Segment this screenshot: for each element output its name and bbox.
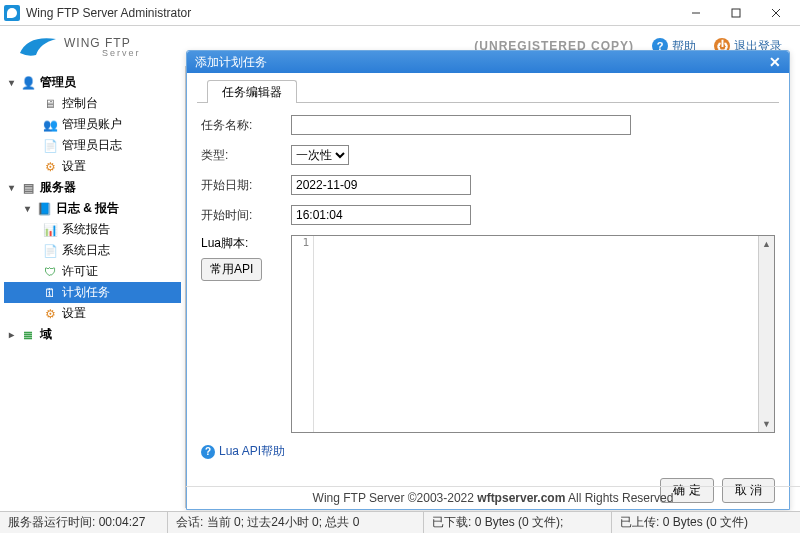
task-name-input[interactable] <box>291 115 631 135</box>
scroll-up-icon[interactable]: ▲ <box>759 236 774 252</box>
window-controls <box>676 1 796 25</box>
stack-icon: ≣ <box>20 327 36 343</box>
status-sessions: 会话: 当前 0; 过去24小时 0; 总共 0 <box>168 512 424 533</box>
tree-admin-account[interactable]: 👥管理员账户 <box>4 114 181 135</box>
status-bar: 服务器运行时间: 00:04:27 会话: 当前 0; 过去24小时 0; 总共… <box>0 511 800 533</box>
editor-gutter: 1 <box>292 236 314 432</box>
editor-scrollbar[interactable]: ▲ ▼ <box>758 236 774 432</box>
content-area: 添加计划任务 ✕ 任务编辑器 任务名称: 类型: 一次性 <box>186 66 800 508</box>
tree-admin[interactable]: ▾👤管理员 <box>4 72 181 93</box>
scroll-down-icon[interactable]: ▼ <box>759 416 774 432</box>
logo-icon <box>18 33 58 59</box>
chevron-right-icon: ▸ <box>6 329 16 340</box>
task-icon: 🗓 <box>42 285 58 301</box>
minimize-button[interactable] <box>676 1 716 25</box>
tree-settings-2[interactable]: ⚙设置 <box>4 303 181 324</box>
app-icon <box>4 5 20 21</box>
dialog-body: 任务编辑器 任务名称: 类型: 一次性 开始日期: <box>187 73 789 473</box>
add-task-dialog: 添加计划任务 ✕ 任务编辑器 任务名称: 类型: 一次性 <box>186 50 790 510</box>
gear-icon: ⚙ <box>42 306 58 322</box>
report-icon: 📘 <box>36 201 52 217</box>
sidebar: ▾👤管理员 🖥控制台 👥管理员账户 📄管理员日志 ⚙设置 ▾▤服务器 ▾📘日志 … <box>0 66 186 508</box>
tree-tasks[interactable]: 🗓计划任务 <box>4 282 181 303</box>
lua-editor[interactable]: 1 ▲ ▼ <box>291 235 775 433</box>
dialog-titlebar: 添加计划任务 ✕ <box>187 51 789 73</box>
start-date-input[interactable] <box>291 175 471 195</box>
tree-sys-report[interactable]: 📊系统报告 <box>4 219 181 240</box>
svg-rect-1 <box>732 9 740 17</box>
logo-sub: Server <box>102 48 141 58</box>
start-time-label: 开始时间: <box>201 207 291 224</box>
start-date-label: 开始日期: <box>201 177 291 194</box>
tree-console[interactable]: 🖥控制台 <box>4 93 181 114</box>
lua-script-label: Lua脚本: <box>201 235 291 252</box>
task-type-label: 类型: <box>201 147 291 164</box>
gear-icon: ⚙ <box>42 159 58 175</box>
window-title: Wing FTP Server Administrator <box>26 6 676 20</box>
dialog-title: 添加计划任务 <box>195 54 267 71</box>
shield-icon: 🛡 <box>42 264 58 280</box>
editor-textarea[interactable] <box>314 236 774 432</box>
sysreport-icon: 📊 <box>42 222 58 238</box>
tree-sys-log[interactable]: 📄系统日志 <box>4 240 181 261</box>
copyright-link[interactable]: wftpserver.com <box>477 491 565 505</box>
tree-logs-reports[interactable]: ▾📘日志 & 报告 <box>4 198 181 219</box>
chevron-down-icon: ▾ <box>6 77 16 88</box>
task-type-select[interactable]: 一次性 <box>291 145 349 165</box>
user-icon: 👤 <box>20 75 36 91</box>
syslog-icon: 📄 <box>42 243 58 259</box>
tree-license[interactable]: 🛡许可证 <box>4 261 181 282</box>
copyright-suffix: All Rights Reserved <box>565 491 673 505</box>
server-icon: ▤ <box>20 180 36 196</box>
start-time-input[interactable] <box>291 205 471 225</box>
tab-strip: 任务编辑器 <box>197 79 779 103</box>
copyright-prefix: Wing FTP Server ©2003-2022 <box>313 491 478 505</box>
main-area: ▾👤管理员 🖥控制台 👥管理员账户 📄管理员日志 ⚙设置 ▾▤服务器 ▾📘日志 … <box>0 66 800 508</box>
tab-task-editor[interactable]: 任务编辑器 <box>207 80 297 103</box>
status-upload: 已上传: 0 Bytes (0 文件) <box>612 512 800 533</box>
chevron-down-icon: ▾ <box>22 203 32 214</box>
task-name-label: 任务名称: <box>201 117 291 134</box>
tree-domain[interactable]: ▸≣域 <box>4 324 181 345</box>
help-link-label: Lua API帮助 <box>219 443 285 460</box>
logo-text: WING FTP Server <box>64 34 141 58</box>
account-icon: 👥 <box>42 117 58 133</box>
status-download: 已下载: 0 Bytes (0 文件); <box>424 512 612 533</box>
common-api-button[interactable]: 常用API <box>201 258 262 281</box>
help-icon: ? <box>201 445 215 459</box>
chevron-down-icon: ▾ <box>6 182 16 193</box>
task-form: 任务名称: 类型: 一次性 开始日期: 开始时间: <box>197 103 779 460</box>
tree-settings-1[interactable]: ⚙设置 <box>4 156 181 177</box>
console-icon: 🖥 <box>42 96 58 112</box>
maximize-button[interactable] <box>716 1 756 25</box>
window-titlebar: Wing FTP Server Administrator <box>0 0 800 26</box>
logo: WING FTP Server <box>18 33 141 59</box>
log-icon: 📄 <box>42 138 58 154</box>
close-button[interactable] <box>756 1 796 25</box>
lua-api-help-link[interactable]: ? Lua API帮助 <box>201 443 775 460</box>
tree-admin-log[interactable]: 📄管理员日志 <box>4 135 181 156</box>
dialog-close-icon[interactable]: ✕ <box>769 54 781 70</box>
status-uptime: 服务器运行时间: 00:04:27 <box>0 512 168 533</box>
copyright-footer: Wing FTP Server ©2003-2022 wftpserver.co… <box>186 486 800 509</box>
tree-server[interactable]: ▾▤服务器 <box>4 177 181 198</box>
